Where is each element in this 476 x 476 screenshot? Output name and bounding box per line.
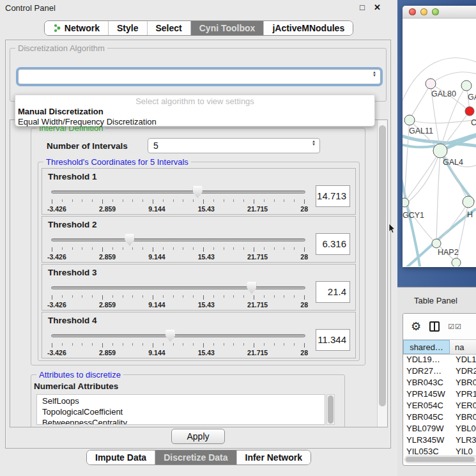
tick-mark <box>142 247 143 250</box>
network-node-c[interactable] <box>465 107 474 116</box>
network-node-gal80[interactable] <box>426 79 436 89</box>
tab-jactivemnodules[interactable]: jActiveMNodules <box>263 21 353 35</box>
close-traffic-light[interactable] <box>409 8 416 15</box>
table-row[interactable]: YDL19…YDL1 <box>403 355 476 366</box>
close-icon[interactable]: ✕ <box>374 3 381 12</box>
table-row[interactable]: YLR345WYLR3 <box>403 435 476 447</box>
number-of-intervals-combobox[interactable]: 5 ▲▼ <box>148 138 320 153</box>
table-rows: YDL19…YDL1YDR27…YDR2YBR043CYBR0YPR145WYP… <box>403 355 476 456</box>
list-item[interactable]: TopologicalCoefficient <box>42 407 325 418</box>
network-node[interactable] <box>452 258 461 266</box>
slider-handle[interactable] <box>247 282 256 294</box>
cell-shared-name: YBR045C <box>403 412 450 424</box>
tick-mark <box>163 343 164 346</box>
algorithm-combobox[interactable]: ▲▼ <box>18 69 381 84</box>
threshold-slider[interactable]: -3.4262.8599.14415.4321.71528 <box>51 185 305 212</box>
tick-mark <box>52 247 52 252</box>
slider-track[interactable] <box>51 238 305 242</box>
slider-tick-labels: -3.4262.8599.14415.4321.71528 <box>47 349 308 357</box>
threshold-value-field[interactable]: 6.316 <box>316 233 350 255</box>
tab-impute-data[interactable]: Impute Data <box>87 450 155 464</box>
table-row[interactable]: YER054CYER0 <box>403 401 476 412</box>
slider-track[interactable] <box>51 190 305 194</box>
threshold-value-field[interactable]: 11.344 <box>316 329 350 351</box>
table-row[interactable]: YDR27…YDR2 <box>403 366 476 378</box>
threshold-slider[interactable]: -3.4262.8599.14415.4321.71528 <box>51 281 305 308</box>
tick-label: 21.715 <box>247 205 268 213</box>
list-item[interactable]: SelfLoops <box>42 396 325 407</box>
tab-network[interactable]: Network <box>45 21 108 35</box>
algorithm-dropdown-popup: Select algorithm to view settings Manual… <box>15 95 375 127</box>
tick-mark <box>112 343 113 346</box>
slider-handle[interactable] <box>193 186 203 198</box>
network-edge[interactable] <box>410 84 431 120</box>
panel-title: Control Panel <box>5 3 56 13</box>
checkbox-icons[interactable]: ☑☑ <box>448 323 462 331</box>
minimize-traffic-light[interactable] <box>420 8 427 15</box>
split-columns-icon[interactable] <box>429 321 440 332</box>
network-node-ga[interactable] <box>461 81 472 91</box>
threshold-value-field[interactable]: 21.4 <box>316 281 350 303</box>
table-row[interactable]: YPR145WYPR1 <box>403 389 476 401</box>
threshold-panel-1: Threshold 1-3.4262.8599.14415.4321.71528… <box>42 168 356 215</box>
column-header-1[interactable]: shared… <box>403 340 450 354</box>
threshold-value-field[interactable]: 14.713 <box>316 185 350 207</box>
slider-handle[interactable] <box>165 330 175 342</box>
cyni-toolbox-panel: Discretization Algorithm ▲▼ Select algor… <box>5 40 391 449</box>
network-edge[interactable] <box>410 119 476 123</box>
network-node-gal11[interactable] <box>404 115 415 125</box>
attribute-list[interactable]: SelfLoopsTopologicalCoefficientBetweenne… <box>36 394 325 425</box>
dropdown-option[interactable]: Manual Discretization <box>17 107 372 117</box>
tick-label: 9.144 <box>148 253 165 261</box>
network-edge[interactable] <box>404 151 440 203</box>
table-horizontal-scrollbar[interactable] <box>404 456 476 463</box>
tick-mark <box>102 343 103 348</box>
apply-button[interactable]: Apply <box>171 429 225 444</box>
network-edge[interactable] <box>436 151 440 243</box>
tick-mark <box>284 343 284 346</box>
tick-label: 21.715 <box>247 349 268 357</box>
threshold-label: Threshold 2 <box>48 220 97 229</box>
network-node-h[interactable] <box>463 196 474 208</box>
table-row[interactable]: YBL079WYBL0 <box>403 424 476 435</box>
discretization-algorithm-group: Discretization Algorithm ▲▼ <box>10 48 387 102</box>
threshold-row: -3.4262.8599.14415.4321.715286.316 <box>49 233 350 260</box>
network-edge[interactable] <box>404 203 436 243</box>
threshold-slider[interactable]: -3.4262.8599.14415.4321.71528 <box>51 329 305 356</box>
table-row[interactable]: YBR043CYBR0 <box>403 378 476 389</box>
tab-discretize-data[interactable]: Discretize Data <box>155 450 236 464</box>
network-canvas[interactable]: GAL80GACGAL11GAL4GCY1HHAP2 <box>403 19 476 266</box>
attributes-group: Attributes to discretize Numerical Attri… <box>31 374 345 427</box>
network-node-hap2[interactable] <box>432 239 441 248</box>
tick-label: 2.859 <box>99 349 116 357</box>
list-item[interactable]: BetweennessCentrality <box>42 418 325 425</box>
tab-label: Select <box>156 23 182 33</box>
table-row[interactable]: YIL053CYIL0 <box>403 447 476 456</box>
zoom-traffic-light[interactable] <box>432 8 439 15</box>
attribute-list-scrollbar[interactable] <box>326 394 335 425</box>
node-label: GA <box>468 93 476 102</box>
dropdown-prompt: Select algorithm to view settings <box>17 96 372 107</box>
tick-mark <box>233 247 234 250</box>
slider-track[interactable] <box>51 286 305 289</box>
control-panel-header: Control Panel □ ✕ <box>0 0 397 15</box>
table-row[interactable]: YBR045CYBR0 <box>403 412 476 424</box>
tick-mark <box>274 199 275 202</box>
dropdown-option[interactable]: Equal Width/Frequency Discretization <box>17 117 372 127</box>
tab-select[interactable]: Select <box>147 21 190 35</box>
slider-track[interactable] <box>51 334 305 337</box>
settings-vertical-scrollbar[interactable] <box>377 120 387 427</box>
column-header-2[interactable]: na <box>450 340 476 354</box>
network-node-gcy1[interactable] <box>403 198 409 207</box>
threshold-slider[interactable]: -3.4262.8599.14415.4321.71528 <box>51 233 305 260</box>
tick-mark <box>92 343 93 346</box>
network-node-gal4[interactable] <box>433 144 447 158</box>
tick-mark <box>62 199 63 202</box>
slider-handle[interactable] <box>125 234 134 246</box>
float-icon[interactable]: □ <box>360 3 365 12</box>
tab-infer-network[interactable]: Infer Network <box>236 450 311 464</box>
tab-style[interactable]: Style <box>108 21 146 35</box>
tick-mark <box>264 247 265 250</box>
tab-cyni-toolbox[interactable]: Cyni Toolbox <box>190 21 264 35</box>
gear-icon[interactable]: ⚙ <box>411 319 421 334</box>
